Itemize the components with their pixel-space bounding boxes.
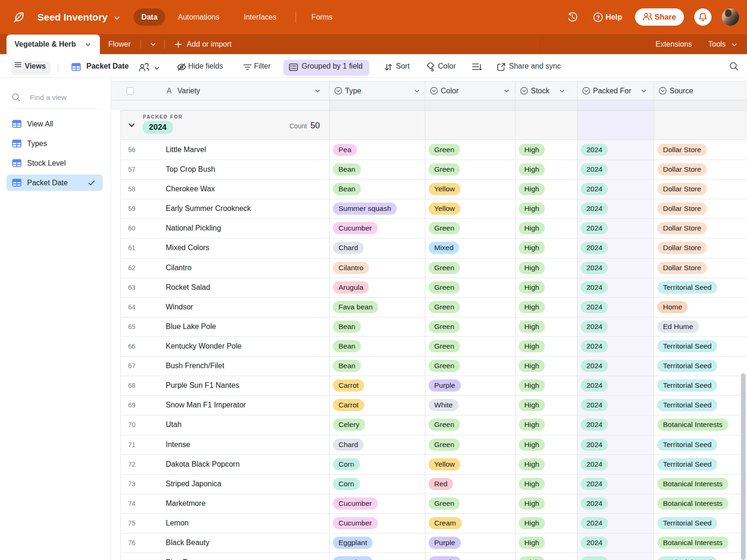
svg-text:?: ? xyxy=(596,14,600,21)
